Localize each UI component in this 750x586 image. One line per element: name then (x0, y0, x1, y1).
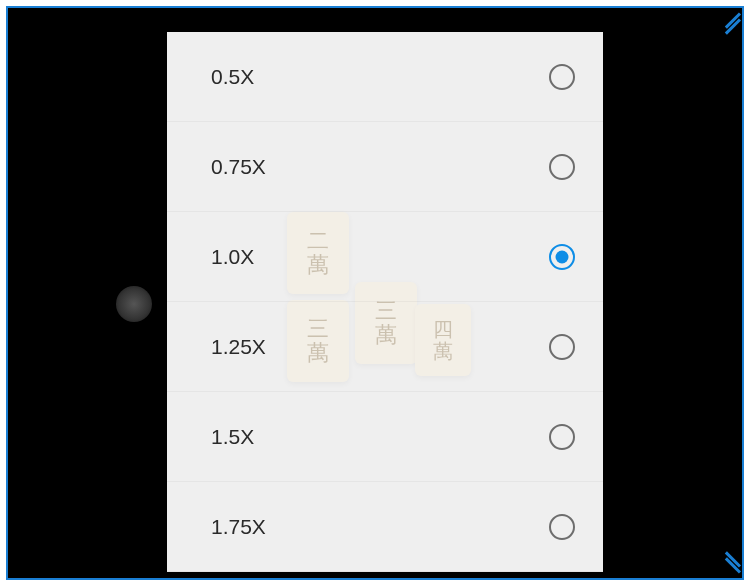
speed-option-label: 1.5X (211, 425, 254, 449)
playback-speed-dialog: 二 萬 三 萬 三 萬 四 萬 0.5X (167, 32, 603, 572)
assistive-touch-button[interactable] (116, 286, 152, 322)
speed-option-label: 1.75X (211, 515, 266, 539)
speed-option-label: 0.75X (211, 155, 266, 179)
speed-option-list: 0.5X 0.75X 1.0X 1.25X 1.5X (167, 32, 603, 572)
app-frame: 二 萬 三 萬 三 萬 四 萬 0.5X (6, 6, 744, 580)
speed-option-1-25x[interactable]: 1.25X (167, 302, 603, 392)
radio-icon (549, 64, 575, 90)
frame-corner-tr-icon (712, 8, 742, 38)
speed-option-0-5x[interactable]: 0.5X (167, 32, 603, 122)
speed-option-1-75x[interactable]: 1.75X (167, 482, 603, 572)
speed-option-label: 0.5X (211, 65, 254, 89)
speed-option-label: 1.0X (211, 245, 254, 269)
speed-option-label: 1.25X (211, 335, 266, 359)
radio-icon (549, 154, 575, 180)
frame-corner-br-icon (712, 548, 742, 578)
radio-icon (549, 334, 575, 360)
speed-option-1-0x[interactable]: 1.0X (167, 212, 603, 302)
speed-option-1-5x[interactable]: 1.5X (167, 392, 603, 482)
radio-icon (549, 424, 575, 450)
speed-option-0-75x[interactable]: 0.75X (167, 122, 603, 212)
radio-selected-icon (549, 244, 575, 270)
radio-icon (549, 514, 575, 540)
